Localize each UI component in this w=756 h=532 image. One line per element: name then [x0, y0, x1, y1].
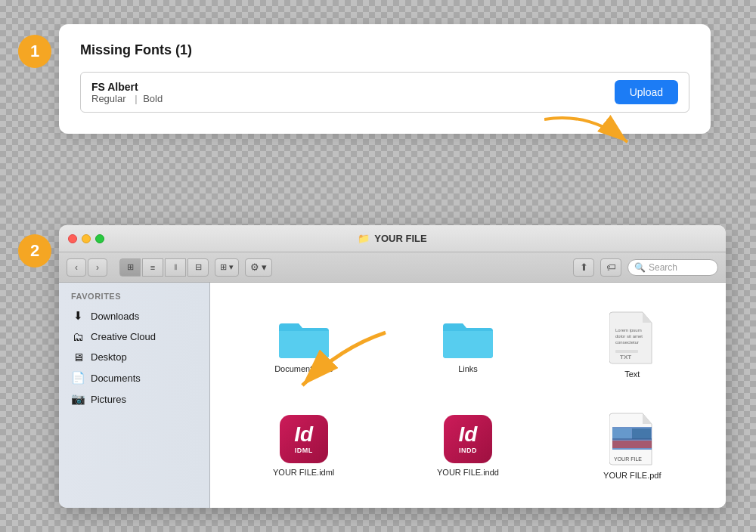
view-list-button[interactable]: ≡: [142, 258, 163, 277]
file-item-indd[interactable]: Id INDD YOUR FILE.indd: [431, 409, 505, 483]
gear-icon: ⚙: [250, 261, 259, 273]
svg-text:YOUR FILE: YOUR FILE: [614, 456, 642, 462]
traffic-lights: [68, 234, 104, 243]
font-info: FS Albert Regular | Bold: [91, 81, 166, 104]
file-item-text[interactable]: Lorem ipsum dolor sit amet consectetur T…: [603, 305, 661, 385]
indd-icon: Id INDD: [444, 415, 492, 463]
documents-icon: 📄: [71, 371, 85, 385]
svg-rect-8: [632, 428, 651, 439]
view-column-button[interactable]: ⫴: [165, 258, 186, 277]
font-row: FS Albert Regular | Bold Upload: [80, 72, 689, 113]
file-label-pdf: YOUR FILE.pdf: [603, 471, 661, 480]
gear-button[interactable]: ⚙ ▾: [245, 258, 272, 277]
view-dropdown-button[interactable]: ⊞ ▾: [215, 258, 239, 277]
file-label-idml: YOUR FILE.idml: [273, 468, 334, 477]
sidebar-item-creative-cloud-label: Creative Cloud: [91, 331, 156, 342]
indd-id-letter: Id: [459, 424, 478, 445]
minimize-button[interactable]: [82, 234, 91, 243]
font-styles: Regular | Bold: [91, 93, 166, 104]
desktop-icon: 🖥: [71, 351, 85, 363]
sidebar-item-creative-cloud[interactable]: 🗂 Creative Cloud: [59, 326, 209, 347]
share-button[interactable]: ⬆: [573, 258, 594, 277]
share-icon: ⬆: [580, 261, 588, 273]
sidebar-item-pictures[interactable]: 📷 Pictures: [59, 388, 209, 410]
file-label-text: Text: [624, 370, 640, 379]
search-icon: 🔍: [634, 262, 646, 273]
finder-sidebar: Favorites ⬇ Downloads 🗂 Creative Cloud 🖥…: [59, 283, 210, 508]
step1-badge-label: 1: [30, 42, 39, 61]
sidebar-item-downloads-label: Downloads: [91, 311, 139, 322]
view-controls: ⊞ ≡ ⫴ ⊟: [119, 258, 209, 277]
back-button[interactable]: ‹: [67, 258, 86, 277]
gear-chevron-icon: ▾: [262, 261, 267, 273]
sidebar-item-desktop-label: Desktop: [91, 351, 127, 363]
finder-titlebar: 📁 YOUR FILE: [59, 225, 726, 252]
idml-icon: Id IDML: [280, 415, 328, 463]
finder-window: 📁 YOUR FILE ‹ › ⊞ ≡ ⫴ ⊟ ⊞ ▾ ⚙ ▾ ⬆ 🏷: [59, 225, 726, 508]
svg-text:TXT: TXT: [620, 354, 631, 360]
pdf-icon: YOUR FILE: [609, 412, 655, 466]
close-button[interactable]: [68, 234, 77, 243]
finder-toolbar: ‹ › ⊞ ≡ ⫴ ⊟ ⊞ ▾ ⚙ ▾ ⬆ 🏷 🔍 Search: [59, 252, 726, 283]
grid-icon: ⊞: [220, 262, 227, 272]
file-label-indd: YOUR FILE.indd: [437, 468, 499, 477]
tag-icon: 🏷: [606, 261, 616, 273]
svg-rect-4: [615, 350, 638, 353]
panel-title: Missing Fonts (1): [80, 42, 689, 58]
finder-title-text: YOUR FILE: [374, 233, 426, 244]
downloads-icon: ⬇: [71, 309, 85, 323]
maximize-button[interactable]: [95, 234, 104, 243]
txt-icon: Lorem ipsum dolor sit amet consectetur T…: [609, 311, 655, 365]
tag-button[interactable]: 🏷: [600, 258, 621, 277]
pictures-icon: 📷: [71, 392, 85, 406]
file-item-document-fonts[interactable]: Document fonts: [268, 310, 339, 379]
creative-cloud-icon: 🗂: [71, 330, 85, 343]
step2-badge-label: 2: [30, 241, 39, 261]
folder-icon-document-fonts: [277, 316, 330, 360]
font-style-bold: Bold: [143, 93, 163, 104]
forward-button[interactable]: ›: [88, 258, 107, 277]
font-style-regular: Regular: [91, 93, 126, 104]
sidebar-item-pictures-label: Pictures: [91, 394, 126, 405]
font-separator: |: [135, 93, 137, 104]
svg-text:consectetur: consectetur: [615, 340, 639, 345]
folder-icon-links: [442, 316, 494, 360]
idml-label: IDML: [295, 447, 313, 454]
idml-id-letter: Id: [294, 424, 313, 445]
svg-text:Lorem ipsum: Lorem ipsum: [615, 328, 642, 332]
file-item-links[interactable]: Links: [435, 310, 500, 379]
file-label-document-fonts: Document fonts: [274, 364, 333, 373]
sidebar-section-label: Favorites: [59, 292, 209, 305]
sidebar-item-documents[interactable]: 📄 Documents: [59, 367, 209, 388]
font-name: FS Albert: [91, 81, 166, 93]
svg-text:dolor sit amet: dolor sit amet: [615, 334, 643, 339]
finder-title: 📁 YOUR FILE: [358, 233, 426, 244]
step2-badge: 2: [18, 234, 51, 268]
view-icon-button[interactable]: ⊞: [119, 258, 141, 277]
file-item-pdf[interactable]: YOUR FILE YOUR FILE.pdf: [597, 406, 667, 486]
folder-icon-small: 📁: [358, 233, 370, 244]
view-cover-button[interactable]: ⊟: [187, 258, 209, 277]
svg-rect-7: [612, 428, 631, 439]
sidebar-item-downloads[interactable]: ⬇ Downloads: [59, 305, 209, 326]
arrow1: [544, 112, 635, 160]
step1-badge: 1: [18, 35, 51, 68]
file-label-links: Links: [458, 364, 478, 373]
indd-label: INDD: [459, 447, 477, 454]
svg-rect-10: [612, 441, 652, 448]
sidebar-item-documents-label: Documents: [91, 373, 141, 384]
sidebar-item-desktop[interactable]: 🖥 Desktop: [59, 347, 209, 367]
finder-content: Document fonts Links Lor: [210, 283, 726, 508]
search-box[interactable]: 🔍 Search: [627, 259, 718, 276]
finder-body: Favorites ⬇ Downloads 🗂 Creative Cloud 🖥…: [59, 283, 726, 508]
search-placeholder: Search: [649, 262, 677, 273]
file-item-idml[interactable]: Id IDML YOUR FILE.idml: [267, 409, 340, 483]
upload-button[interactable]: Upload: [615, 80, 678, 104]
nav-group: ‹ ›: [67, 258, 107, 277]
chevron-down-icon: ▾: [229, 262, 234, 272]
